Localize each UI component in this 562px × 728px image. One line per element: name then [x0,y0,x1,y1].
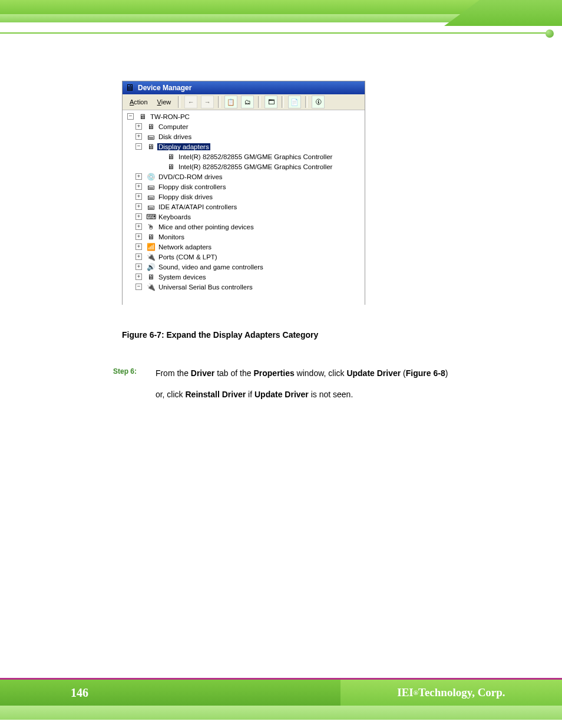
window-titlebar: 🖥 Device Manager [123,81,365,94]
tree-item[interactable]: −🖥TW-RON-PC [123,111,365,121]
device-icon: 🖥 [146,122,156,131]
footer-brand: IEI® Technology, Corp. [340,680,562,706]
window-menubar: Action View ← → 📋 🗂 🗔 📄 🛈 [123,94,365,110]
tree-item[interactable]: +🖥Computer [123,121,365,131]
tree-item-label: Display adapters [157,143,210,150]
figure-caption: Figure 6-7: Expand the Display Adapters … [122,330,318,340]
menu-view[interactable]: View [154,97,175,107]
device-icon: 🖴 [146,132,156,141]
window-title: Device Manager [138,84,191,92]
tree-item[interactable]: +🖥Monitors [123,232,365,242]
device-icon: 🖥 [166,162,176,171]
tree-item[interactable]: +💿DVD/CD-ROM drives [123,172,365,182]
menu-action[interactable]: Action [126,97,151,107]
document-page: 🖥 Device Manager Action View ← → 📋 🗂 🗔 📄… [0,0,562,728]
step-text: From the Driver tab of the Properties wi… [156,363,448,405]
tree-item-label: Keyboards [157,213,192,220]
toolbar-button-3[interactable]: 🗔 [265,95,277,108]
page-number: 146 [0,680,340,706]
header-banner [0,0,562,29]
tree-item-label: Monitors [157,233,186,241]
tree-item-label: Disk drives [157,133,193,140]
device-icon: 🖴 [146,182,156,191]
expand-icon[interactable]: + [135,243,142,250]
tree-item[interactable]: 🖥Intel(R) 82852/82855 GM/GME Graphics Co… [123,151,365,162]
tree-item-label: TW-RON-PC [149,113,191,120]
device-icon: 🖱 [146,222,156,231]
tree-item[interactable]: +🖴Disk drives [123,131,365,141]
tree-item[interactable]: +🔌Ports (COM & LPT) [123,252,365,262]
toolbar-button-4[interactable]: 📄 [288,95,301,108]
device-icon: 📶 [146,242,156,251]
device-icon: 🖴 [146,192,156,201]
tree-item-label: Computer [157,123,190,130]
window-icon: 🖥 [125,83,134,93]
collapse-icon[interactable]: − [135,284,142,290]
device-icon: 💿 [146,172,156,181]
expand-icon[interactable]: + [135,133,142,140]
device-manager-window: 🖥 Device Manager Action View ← → 📋 🗂 🗔 📄… [122,81,365,305]
tree-item[interactable]: +🖥System devices [123,272,365,282]
step-6: Step 6: From the Driver tab of the Prope… [113,363,509,405]
tree-item[interactable]: +📶Network adapters [123,242,365,252]
collapse-icon[interactable]: − [127,113,134,120]
tree-item-label: Floppy disk drives [157,193,214,200]
expand-icon[interactable]: + [135,193,142,200]
header-rule [0,32,549,34]
tree-item[interactable]: −🔌Universal Serial Bus controllers [123,282,365,292]
device-icon: 🖥 [146,232,156,241]
tree-item[interactable]: 🖥Intel(R) 82852/82855 GM/GME Graphics Co… [123,162,365,172]
tree-item-label: Sound, video and game controllers [157,263,265,271]
tree-item[interactable]: −🖥Display adapters [123,141,365,151]
tree-item-label: IDE ATA/ATAPI controllers [157,203,238,210]
tree-item-label: System devices [157,274,207,281]
expand-icon[interactable]: + [135,173,142,180]
device-icon: 🔌 [146,282,156,291]
tree-item[interactable]: +🖴Floppy disk drives [123,192,365,202]
device-icon: ⌨ [146,212,156,221]
device-icon: 🔊 [146,262,156,271]
tree-item-label: Network adapters [157,243,213,251]
expand-icon[interactable]: + [135,233,142,240]
step-label: Step 6: [113,367,137,375]
collapse-icon[interactable]: − [135,143,142,150]
expand-icon[interactable]: + [135,203,142,210]
expand-icon[interactable]: + [135,274,142,280]
expand-icon[interactable]: + [135,183,142,190]
header-dot-icon [546,29,554,38]
device-icon: 🖥 [146,142,156,151]
toolbar-back-button[interactable]: ← [184,95,197,108]
toolbar-button-5[interactable]: 🛈 [312,95,325,108]
footer-bar: 146 IEI® Technology, Corp. [0,680,562,706]
tree-item-label: Intel(R) 82852/82855 GM/GME Graphics Con… [177,163,333,170]
tree-item-label: Ports (COM & LPT) [157,253,219,261]
tree-item[interactable]: +🖱Mice and other pointing devices [123,222,365,232]
tree-item-label: Intel(R) 82852/82855 GM/GME Graphics Con… [177,153,333,160]
expand-icon[interactable]: + [135,123,142,130]
tree-item-label: DVD/CD-ROM drives [157,173,224,180]
expand-icon[interactable]: + [135,213,142,220]
device-icon: 🖥 [166,152,176,161]
toolbar-button-1[interactable]: 📋 [224,95,237,108]
tree-item[interactable]: +🖴Floppy disk controllers [123,182,365,192]
tree-item[interactable]: +🖴IDE ATA/ATAPI controllers [123,202,365,212]
tree-item-label: Mice and other pointing devices [157,223,255,230]
device-icon: 🖥 [146,272,156,281]
device-icon: 🖴 [146,202,156,211]
device-icon: 🖥 [138,112,147,121]
device-tree: −🖥TW-RON-PC+🖥Computer+🖴Disk drives−🖥Disp… [123,110,365,306]
tree-item[interactable]: +⌨Keyboards [123,212,365,222]
expand-icon[interactable]: + [135,223,142,230]
toolbar-button-2[interactable]: 🗂 [241,95,254,108]
expand-icon[interactable]: + [135,263,142,270]
tree-item[interactable]: +🔊Sound, video and game controllers [123,262,365,272]
tree-item-label: Universal Serial Bus controllers [157,284,254,291]
toolbar-forward-button[interactable]: → [201,95,214,108]
tree-item-label: Floppy disk controllers [157,183,227,190]
footer-under [0,706,562,720]
device-icon: 🔌 [146,252,156,261]
expand-icon[interactable]: + [135,253,142,260]
